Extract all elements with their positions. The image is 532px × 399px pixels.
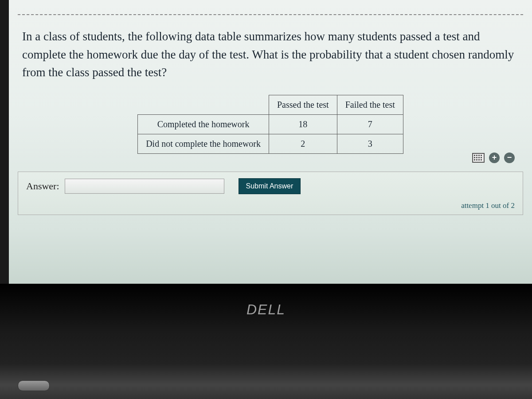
- table-row: Did not complete the homework 2 3: [138, 134, 403, 153]
- section-divider: [18, 14, 523, 15]
- table-row: Completed the homework 18 7: [138, 114, 403, 134]
- answer-box: + − Answer: Submit Answer attempt 1 out …: [18, 172, 523, 215]
- answer-row: Answer: Submit Answer: [26, 178, 515, 194]
- data-table: Passed the test Failed the test Complete…: [137, 95, 403, 154]
- question-screen: In a class of students, the following da…: [9, 0, 532, 284]
- submit-button[interactable]: Submit Answer: [239, 178, 301, 194]
- blank-header: [138, 95, 269, 114]
- table-cell: 7: [337, 114, 403, 134]
- col-header: Failed the test: [337, 95, 403, 114]
- keyboard-icon[interactable]: [472, 153, 485, 163]
- zoom-in-icon[interactable]: +: [489, 153, 500, 163]
- row-label: Did not complete the homework: [138, 134, 269, 153]
- laptop-hinge: [0, 364, 532, 399]
- table-cell: 18: [269, 114, 337, 134]
- zoom-out-icon[interactable]: −: [504, 153, 515, 163]
- answer-input[interactable]: [65, 179, 224, 194]
- col-header: Passed the test: [269, 95, 337, 114]
- table-header-row: Passed the test Failed the test: [138, 95, 403, 114]
- row-label: Completed the homework: [138, 114, 269, 134]
- laptop-bezel: [0, 284, 532, 364]
- tool-icons: + −: [472, 153, 515, 163]
- data-table-wrap: Passed the test Failed the test Complete…: [18, 95, 523, 154]
- question-prompt: In a class of students, the following da…: [22, 27, 519, 82]
- answer-label: Answer:: [26, 180, 59, 192]
- attempt-counter: attempt 1 out of 2: [26, 201, 515, 210]
- dell-logo: DELL: [0, 301, 532, 318]
- table-cell: 2: [269, 134, 337, 153]
- hinge-button: [18, 380, 50, 391]
- table-cell: 3: [337, 134, 403, 153]
